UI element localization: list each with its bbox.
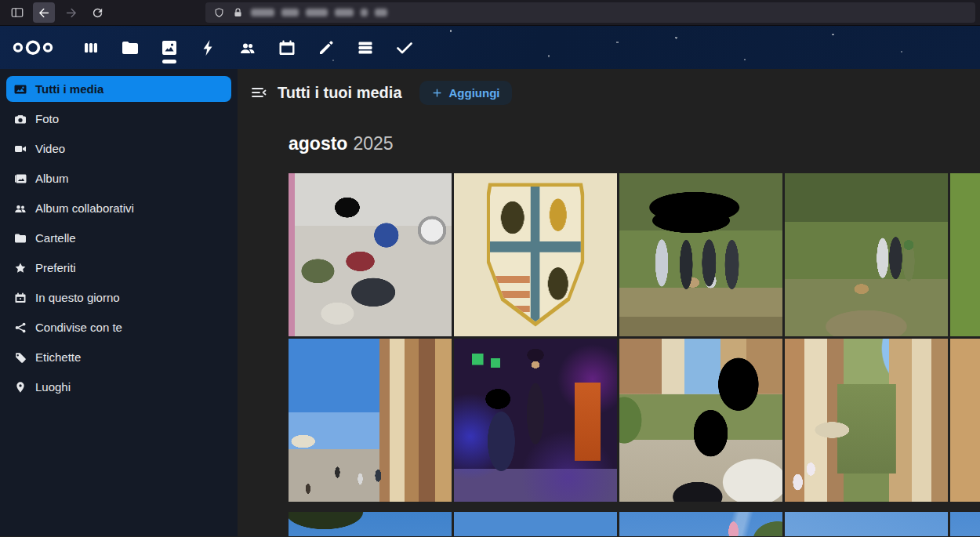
url-text-redacted [375, 9, 387, 16]
app-icons-row [82, 38, 414, 57]
calendar-icon[interactable] [278, 38, 296, 57]
sidebar-item-label: Album [35, 172, 69, 185]
video-icon [14, 143, 27, 155]
shield-icon[interactable] [213, 7, 225, 19]
sidebar-item-label: Tutti i media [35, 82, 103, 96]
photo-canal-selfie[interactable] [619, 339, 782, 502]
star-icon [14, 262, 27, 274]
tasks-check-icon[interactable] [395, 38, 414, 57]
nextcloud-logo[interactable] [10, 38, 56, 57]
sidebar-item-tags[interactable]: Etichette [6, 344, 231, 370]
plus-icon [431, 87, 443, 99]
photo-house-partial[interactable] [950, 173, 980, 336]
people-icon [14, 202, 27, 215]
url-bar[interactable] [205, 2, 975, 23]
photo-sky-spires[interactable] [619, 512, 782, 536]
image-icon [14, 83, 27, 96]
sidebar-item-shared-albums[interactable]: Album collaborativi [6, 195, 231, 221]
url-text-redacted [335, 9, 354, 16]
photo-sky-clouds[interactable] [454, 512, 617, 536]
app-header [0, 26, 980, 69]
forward-button[interactable] [60, 2, 82, 23]
sidebar-item-label: Album collaborativi [35, 201, 134, 215]
sidebar-item-on-this-day[interactable]: In questo giorno [6, 285, 231, 310]
contacts-icon[interactable] [238, 38, 257, 57]
reload-button[interactable] [86, 2, 108, 23]
sidebar-item-shared-with-you[interactable]: Condivise con te [6, 314, 231, 340]
photo-canal-view[interactable] [785, 339, 948, 502]
share-icon [14, 321, 27, 334]
section-month: agosto [289, 133, 347, 154]
main-content: Tutti i tuoi media Aggiungi agosto2025 [238, 69, 980, 536]
sidebar-item-label: Cartelle [35, 231, 76, 245]
photo-crest[interactable] [454, 173, 617, 336]
map-pin-icon [14, 381, 27, 394]
photo-wax-figure[interactable] [454, 339, 617, 502]
sidebar-item-all-media[interactable]: Tutti i media [6, 76, 231, 102]
sidebar-item-label: Condivise con te [35, 321, 122, 334]
sidebar-item-label: Preferiti [35, 261, 76, 274]
page-title: Tutti i tuoi media [278, 84, 402, 102]
content-toolbar: Tutti i tuoi media Aggiungi [249, 78, 980, 107]
photo-sky-tree[interactable] [289, 512, 452, 536]
activity-lightning-icon[interactable] [199, 38, 218, 57]
lock-icon [232, 7, 244, 19]
url-text-redacted [251, 9, 274, 16]
photo-colmar-street[interactable] [289, 339, 452, 502]
section-year: 2025 [353, 133, 393, 154]
add-button-label: Aggiungi [449, 86, 500, 100]
sidebar-item-photos[interactable]: Foto [6, 106, 231, 132]
sidebar-item-label: Luoghi [35, 380, 71, 394]
photo-laundry-room[interactable] [289, 173, 452, 336]
sidebar-item-label: Etichette [35, 350, 81, 364]
sidebar-item-folders[interactable]: Cartelle [6, 225, 231, 251]
sidebar-item-label: Foto [35, 112, 59, 125]
sidebar-toggle-icon[interactable] [6, 2, 28, 23]
camera-icon [14, 113, 27, 125]
notes-pencil-icon[interactable] [317, 38, 336, 57]
album-icon [14, 172, 27, 185]
dashboard-icon[interactable] [82, 38, 100, 57]
sidebar-item-places[interactable]: Luoghi [6, 374, 231, 400]
photo-group-forest[interactable] [619, 173, 782, 336]
photos-icon[interactable] [160, 38, 179, 57]
browser-toolbar [0, 0, 980, 26]
section-header: agosto2025 [289, 133, 980, 154]
sidebar-item-label: In questo giorno [35, 291, 120, 304]
deck-icon[interactable] [356, 38, 375, 57]
calendar-day-icon [14, 292, 27, 304]
url-text-redacted [281, 9, 299, 16]
photo-hikers-dog[interactable] [785, 173, 948, 336]
collapse-sidebar-icon[interactable] [249, 83, 268, 102]
folder-icon [14, 232, 27, 245]
url-text-redacted [361, 9, 368, 16]
sidebar-item-video[interactable]: Video [6, 136, 231, 161]
sidebar-item-label: Video [35, 142, 65, 155]
sidebar-item-favorites[interactable]: Preferiti [6, 255, 231, 281]
tag-icon [14, 351, 27, 364]
sidebar: Tutti i media Foto Video Album A [0, 69, 238, 536]
sidebar-item-albums[interactable]: Album [6, 165, 231, 191]
photo-buildings-partial[interactable] [950, 339, 980, 502]
add-button[interactable]: Aggiungi [419, 81, 512, 105]
photo-sky-partial[interactable] [950, 512, 980, 536]
photo-sky-up[interactable] [785, 512, 948, 536]
url-text-redacted [306, 9, 328, 16]
photo-grid [289, 173, 980, 536]
back-button[interactable] [33, 2, 55, 23]
files-folder-icon[interactable] [121, 38, 140, 57]
